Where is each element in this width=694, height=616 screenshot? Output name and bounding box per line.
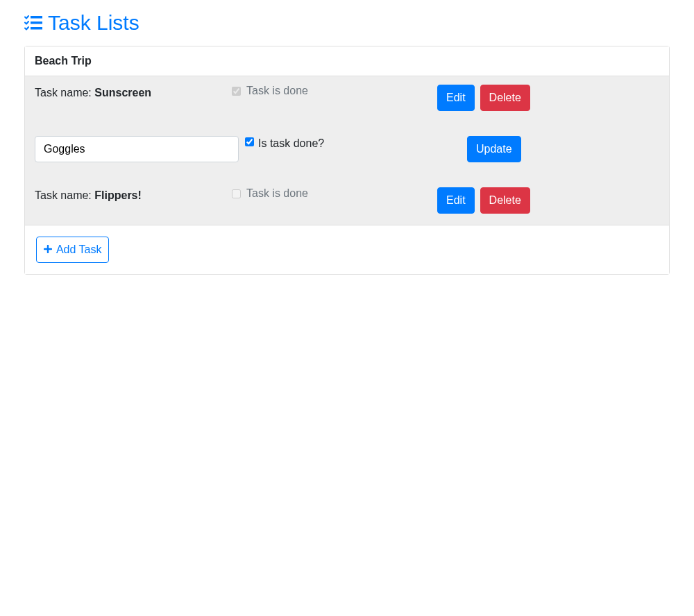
task-name-prefix: Task name: [35, 189, 94, 201]
edit-button[interactable]: Edit [437, 187, 475, 214]
task-done-label: Task is done [246, 85, 308, 97]
task-done-checkbox [232, 87, 241, 96]
task-label: Task name: Sunscreen [35, 87, 151, 99]
add-task-label: Add Task [56, 243, 102, 255]
task-done-label: Task is done [246, 187, 308, 200]
task-label: Task name: Flippers! [35, 189, 142, 201]
task-list-body: Task name: Sunscreen Task is done Edit D… [25, 76, 669, 225]
task-list-card: Beach Trip Task name: Sunscreen Task is … [24, 46, 670, 275]
task-list-footer: Add Task [25, 225, 669, 274]
task-row: Task name: Sunscreen Task is done Edit D… [35, 85, 659, 111]
page-title-text: Task Lists [48, 11, 139, 35]
add-task-button[interactable]: Add Task [36, 237, 109, 263]
svg-rect-1 [31, 22, 42, 24]
task-list-title: Beach Trip [25, 46, 669, 76]
edit-button[interactable]: Edit [437, 85, 475, 111]
task-name: Flippers! [94, 189, 142, 201]
delete-button[interactable]: Delete [480, 85, 530, 111]
task-name: Sunscreen [94, 87, 151, 99]
page-title[interactable]: Task Lists [24, 11, 670, 35]
delete-button[interactable]: Delete [480, 187, 530, 214]
task-done-label: Is task done? [258, 137, 324, 150]
svg-rect-2 [31, 27, 42, 30]
task-row: Task name: Flippers! Task is done Edit D… [35, 187, 659, 214]
task-done-checkbox [232, 189, 241, 198]
task-done-status: Task is done [232, 85, 308, 97]
task-name-input[interactable] [35, 136, 239, 162]
update-button[interactable]: Update [467, 136, 521, 162]
task-row: Is task done? Update [35, 136, 659, 162]
tasks-icon [24, 15, 42, 31]
task-name-prefix: Task name: [35, 87, 94, 99]
svg-rect-0 [31, 16, 42, 19]
plus-icon [44, 244, 55, 255]
task-done-checkbox[interactable] [245, 137, 254, 146]
task-done-status: Task is done [232, 187, 308, 200]
